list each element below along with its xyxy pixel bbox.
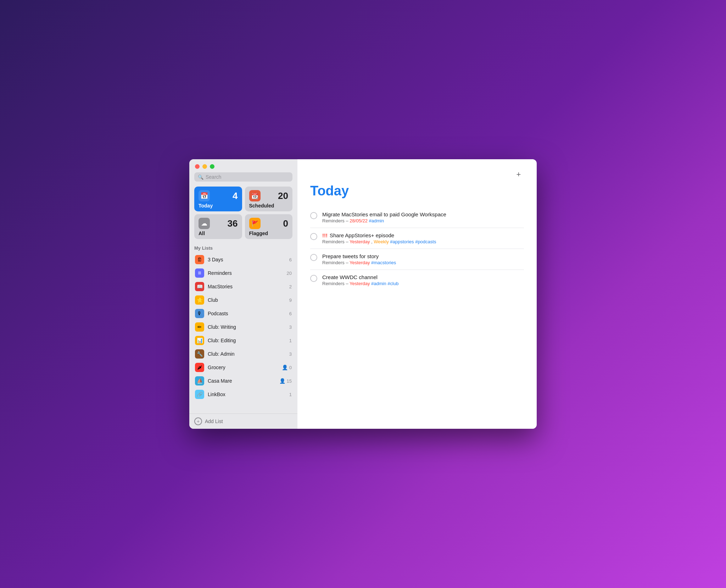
- list-name-3days: 3 Days: [208, 257, 286, 262]
- list-item-linkbox[interactable]: 🔗 LinkBox 1: [192, 388, 295, 401]
- main-content: + Today Migrate MacStories email to paid…: [297, 159, 537, 429]
- all-icon: ☁: [199, 218, 210, 229]
- today-icon: 📅: [199, 190, 210, 201]
- list-icon-macstories: 📖: [195, 282, 204, 291]
- reminder-meta-1: Reminders – 28/05/22 #admin: [322, 218, 524, 223]
- flagged-count: 0: [283, 218, 288, 229]
- scheduled-icon: 📆: [249, 190, 261, 201]
- list-icon-grocery: 🌶: [195, 363, 204, 372]
- list-count-3days: 6: [289, 257, 292, 262]
- grocery-shared-icon: 👤: [282, 365, 288, 370]
- my-lists: 🗓 3 Days 6 ≡ Reminders 20 📖 MacStories 2…: [189, 253, 297, 414]
- add-list-label: Add List: [205, 418, 223, 424]
- smart-list-flagged[interactable]: 🚩 0 Flagged: [245, 214, 293, 239]
- list-name-clubadmin: Club: Admin: [208, 351, 286, 357]
- list-name-podcasts: Podcasts: [208, 311, 286, 316]
- maximize-button[interactable]: [210, 164, 214, 169]
- reminder-meta-4: Reminders – Yesterday #admin #club: [322, 281, 524, 286]
- reminder-checkbox-1[interactable]: [310, 212, 317, 219]
- list-count-club: 9: [289, 298, 292, 303]
- list-count-clubediting: 1: [289, 338, 292, 343]
- priority-indicator-2: !!!: [322, 232, 328, 238]
- list-icon-reminders: ≡: [195, 268, 204, 278]
- scheduled-label: Scheduled: [249, 203, 289, 209]
- list-icon-clubwriting: ✏: [195, 322, 204, 332]
- reminder-meta-3: Reminders – Yesterday #macstories: [322, 260, 524, 265]
- list-count-reminders: 20: [287, 271, 292, 276]
- all-count: 36: [228, 218, 238, 229]
- reminder-meta-2: Reminders – Yesterday , Weekly #appstori…: [322, 239, 524, 244]
- reminder-title-1: Migrate MacStories email to paid Google …: [322, 211, 524, 217]
- list-item-macstories[interactable]: 📖 MacStories 2: [192, 280, 295, 293]
- close-button[interactable]: [195, 164, 200, 169]
- list-icon-casamare: ⛵: [195, 376, 204, 385]
- casamare-shared-icon: 👤: [279, 378, 285, 384]
- list-item-clubadmin[interactable]: 🔧 Club: Admin 3: [192, 347, 295, 361]
- list-count-podcasts: 6: [289, 311, 292, 316]
- list-item-clubwriting[interactable]: ✏ Club: Writing 3: [192, 320, 295, 334]
- today-count: 4: [233, 190, 238, 201]
- reminder-checkbox-3[interactable]: [310, 254, 317, 261]
- list-icon-club: ⭐: [195, 295, 204, 305]
- reminder-title-2: !!! Share AppStories+ episode: [322, 232, 524, 238]
- app-window: 🔍 Search 📅 4 Today 📆 20 Scheduled: [189, 159, 537, 429]
- list-name-casamare: Casa Mare: [208, 378, 276, 384]
- list-name-clubediting: Club: Editing: [208, 338, 286, 343]
- list-count-linkbox: 1: [289, 392, 292, 397]
- list-item-podcasts[interactable]: 🎙 Podcasts 6: [192, 307, 295, 320]
- list-count-clubadmin: 3: [289, 351, 292, 357]
- reminder-checkbox-2[interactable]: [310, 233, 317, 240]
- reminder-item-2: !!! Share AppStories+ episode Reminders …: [310, 228, 524, 249]
- smart-list-today[interactable]: 📅 4 Today: [194, 187, 242, 211]
- reminder-item-1: Migrate MacStories email to paid Google …: [310, 207, 524, 228]
- sidebar: 🔍 Search 📅 4 Today 📆 20 Scheduled: [189, 159, 297, 429]
- list-name-clubwriting: Club: Writing: [208, 324, 286, 330]
- list-name-reminders: Reminders: [208, 270, 283, 276]
- flagged-label: Flagged: [249, 231, 289, 236]
- list-name-macstories: MacStories: [208, 284, 286, 289]
- my-lists-header: My Lists: [194, 245, 292, 251]
- list-item-casamare[interactable]: ⛵ Casa Mare 👤 15: [192, 374, 295, 388]
- list-count-macstories: 2: [289, 284, 292, 289]
- add-list-icon: +: [194, 417, 202, 425]
- smart-list-all[interactable]: ☁ 36 All: [194, 214, 242, 239]
- scheduled-count: 20: [278, 190, 288, 201]
- main-header: +: [310, 169, 524, 180]
- list-icon-podcasts: 🎙: [195, 309, 204, 318]
- list-item-reminders[interactable]: ≡ Reminders 20: [192, 266, 295, 280]
- reminder-content-2: !!! Share AppStories+ episode Reminders …: [322, 232, 524, 244]
- list-count-casamare: 👤 15: [279, 378, 292, 384]
- all-label: All: [199, 231, 238, 236]
- list-item-clubediting[interactable]: 📊 Club: Editing 1: [192, 334, 295, 347]
- list-item-grocery[interactable]: 🌶 Grocery 👤 0: [192, 361, 295, 374]
- list-item-club[interactable]: ⭐ Club 9: [192, 293, 295, 307]
- minimize-button[interactable]: [202, 164, 207, 169]
- list-name-club: Club: [208, 297, 286, 303]
- list-icon-linkbox: 🔗: [195, 390, 204, 399]
- reminder-title-4: Create WWDC channel: [322, 274, 524, 280]
- search-icon: 🔍: [198, 174, 203, 180]
- reminder-list: Migrate MacStories email to paid Google …: [310, 207, 524, 290]
- flagged-icon: 🚩: [249, 218, 261, 229]
- reminder-content-4: Create WWDC channel Reminders – Yesterda…: [322, 274, 524, 286]
- reminder-item-3: Prepare tweets for story Reminders – Yes…: [310, 249, 524, 270]
- smart-list-scheduled[interactable]: 📆 20 Scheduled: [245, 187, 293, 211]
- reminder-item-4: Create WWDC channel Reminders – Yesterda…: [310, 270, 524, 290]
- list-count-grocery: 👤 0: [282, 365, 292, 370]
- list-icon-clubadmin: 🔧: [195, 349, 204, 359]
- list-count-clubwriting: 3: [289, 324, 292, 330]
- smart-lists: 📅 4 Today 📆 20 Scheduled ☁ 36 All: [194, 187, 292, 239]
- list-icon-3days: 🗓: [195, 255, 204, 264]
- list-item-3days[interactable]: 🗓 3 Days 6: [192, 253, 295, 266]
- search-bar[interactable]: 🔍 Search: [194, 172, 292, 182]
- page-title: Today: [310, 183, 524, 199]
- titlebar: [189, 159, 297, 172]
- today-label: Today: [199, 203, 238, 209]
- reminder-checkbox-4[interactable]: [310, 275, 317, 282]
- list-icon-clubediting: 📊: [195, 336, 204, 345]
- add-list-button[interactable]: + Add List: [189, 414, 297, 429]
- reminder-content-3: Prepare tweets for story Reminders – Yes…: [322, 253, 524, 265]
- reminder-content-1: Migrate MacStories email to paid Google …: [322, 211, 524, 223]
- add-reminder-button[interactable]: +: [513, 169, 524, 180]
- reminder-title-3: Prepare tweets for story: [322, 253, 524, 259]
